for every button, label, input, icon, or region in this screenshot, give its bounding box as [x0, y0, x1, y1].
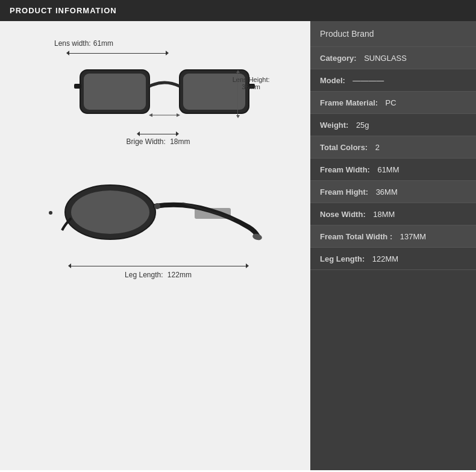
leg-line — [71, 266, 246, 266]
glasses-side-diagram — [44, 170, 273, 263]
leg-arrow-right — [246, 263, 249, 268]
info-row-7: Nose Width: 18MM — [310, 203, 476, 225]
lens-height-arrows — [236, 70, 240, 118]
info-row-5: Fream Width: 61MM — [310, 159, 476, 181]
info-label-2: Frame Material: — [320, 98, 378, 107]
info-value-1: ———— — [352, 76, 384, 85]
right-panel: Product Brand Category: SUNGLASS Model: … — [310, 21, 476, 470]
info-row-0: Category: SUNGLASS — [310, 47, 476, 69]
main-content: Lens width: 61mm — [0, 21, 476, 470]
info-row-4: Total Colors: 2 — [310, 136, 476, 159]
info-value-7: 18MM — [373, 210, 395, 219]
info-value-8: 137MM — [400, 232, 426, 241]
side-dot — [49, 211, 52, 215]
info-label-0: Category: — [320, 54, 357, 63]
info-row-3: Weight: 25g — [310, 114, 476, 136]
info-value-5: 61MM — [377, 165, 399, 174]
bridge-arrow-right — [176, 131, 179, 136]
page-header: PRODUCT INFORMATION — [0, 0, 476, 21]
bottom-glasses-section: Leg Length: 122mm — [18, 170, 298, 279]
info-row-6: Fream Hight: 36MM — [310, 181, 476, 203]
info-value-3: 25g — [356, 121, 369, 130]
info-label-3: Weight: — [320, 121, 348, 130]
brand-row: Product Brand — [310, 21, 476, 47]
svg-rect-1 — [84, 74, 146, 110]
bridge-width-text: Brige Width: 18mm — [126, 137, 190, 146]
info-value-2: PC — [386, 98, 396, 107]
info-value-0: SUNGLASS — [364, 54, 407, 63]
leg-length-arrows — [68, 263, 249, 268]
info-row-9: Leg Length: 122MM — [310, 248, 476, 270]
svg-marker-8 — [177, 113, 180, 117]
bridge-width-section: Brige Width: 18mm — [126, 131, 190, 146]
info-label-8: Fream Total Width : — [320, 232, 392, 241]
info-value-4: 2 — [375, 143, 380, 152]
info-label-1: Model: — [320, 76, 345, 85]
svg-marker-7 — [149, 113, 152, 117]
info-row-1: Model: ———— — [310, 69, 476, 92]
info-label-5: Fream Width: — [320, 165, 370, 174]
svg-rect-13 — [195, 208, 231, 219]
glasses-front-diagram: Lens Height: 36mm — [44, 58, 273, 130]
lens-width-value: 61mm — [93, 39, 113, 48]
info-label-4: Total Colors: — [320, 143, 368, 152]
info-row-2: Frame Material: PC — [310, 92, 476, 114]
info-value-6: 36MM — [376, 187, 398, 197]
lens-width-line — [69, 53, 166, 54]
bridge-line — [140, 134, 176, 134]
info-row-8: Fream Total Width : 137MM — [310, 225, 476, 248]
lens-width-arrow-right — [166, 51, 169, 55]
brand-label: Product Brand — [320, 29, 374, 39]
glasses-front-svg — [74, 61, 255, 124]
top-glasses-section: Lens width: 61mm — [18, 39, 298, 146]
info-label-7: Nose Width: — [320, 210, 366, 219]
page-title: PRODUCT INFORMATION — [10, 6, 117, 15]
info-rows-container: Category: SUNGLASS Model: ———— Frame Mat… — [310, 47, 476, 270]
lens-width-label: Lens width: — [54, 39, 91, 48]
leg-length-text: Leg Length: 122mm — [125, 271, 192, 279]
glasses-side-svg — [50, 173, 267, 257]
left-panel: Lens width: 61mm — [0, 21, 310, 470]
svg-rect-4 — [74, 84, 81, 89]
svg-point-11 — [154, 203, 160, 209]
svg-point-10 — [71, 190, 149, 234]
info-label-9: Leg Length: — [320, 254, 365, 263]
info-label-6: Fream Hight: — [320, 187, 368, 197]
info-value-9: 122MM — [372, 254, 398, 263]
